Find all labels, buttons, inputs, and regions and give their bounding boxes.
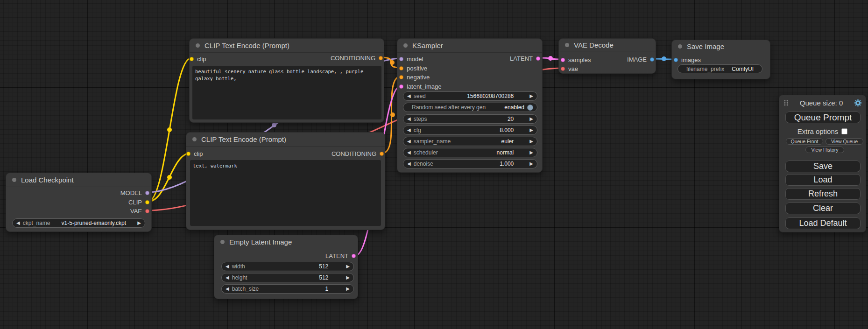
steps-widget[interactable]: ◀ steps 20 ▶: [403, 114, 537, 124]
increment-arrow-icon[interactable]: ▶: [529, 150, 533, 155]
input-port-clip[interactable]: clip: [190, 55, 206, 63]
node-title-bar[interactable]: Load Checkpoint: [6, 173, 151, 187]
increment-arrow-icon[interactable]: ▶: [529, 139, 533, 144]
clip-port-dot[interactable]: [186, 152, 191, 156]
collapse-dot-icon[interactable]: [678, 44, 682, 49]
node-title-bar[interactable]: Empty Latent Image: [214, 235, 358, 249]
output-port-conditioning[interactable]: CONDITIONING: [332, 150, 384, 157]
toggle-dot[interactable]: [527, 105, 533, 111]
ckpt-name-widget[interactable]: ◀ ckpt_name v1-5-pruned-emaonly.ckpt ▶: [12, 218, 145, 228]
node-title-bar[interactable]: VAE Decode: [559, 39, 656, 51]
queue-panel[interactable]: Queue size: 0 Queue Prompt Extra options…: [779, 95, 866, 232]
load-default-button[interactable]: Load Default: [785, 217, 861, 229]
node-title-bar[interactable]: Save Image: [672, 40, 770, 53]
image-port-dot[interactable]: [674, 58, 678, 62]
increment-arrow-icon[interactable]: ▶: [346, 275, 350, 280]
conditioning-port-dot[interactable]: [379, 56, 383, 60]
queue-front-button[interactable]: Queue Front: [786, 138, 823, 145]
node-save-image[interactable]: Save Image images filename_prefix ComfyU…: [671, 40, 770, 79]
node-clip-text-encode-positive[interactable]: CLIP Text Encode (Prompt) clip CONDITION…: [189, 38, 384, 123]
output-port-latent[interactable]: LATENT: [325, 252, 356, 259]
load-button[interactable]: Load: [785, 174, 861, 186]
collapse-dot-icon[interactable]: [12, 178, 16, 182]
cfg-widget[interactable]: ◀ cfg 8.000 ▶: [403, 126, 537, 135]
image-port-dot[interactable]: [650, 57, 654, 62]
output-port-conditioning[interactable]: CONDITIONING: [331, 54, 383, 62]
output-port-clip[interactable]: CLIP: [128, 198, 149, 206]
input-port-negative[interactable]: negative: [399, 73, 430, 81]
collapse-dot-icon[interactable]: [192, 137, 197, 141]
model-port-dot[interactable]: [399, 57, 403, 61]
seed-widget[interactable]: ◀ seed 156680208700286 ▶: [403, 91, 537, 101]
sampler-name-widget[interactable]: ◀ sampler_name euler ▶: [403, 137, 537, 146]
denoise-widget[interactable]: ◀ denoise 1.000 ▶: [403, 159, 537, 168]
node-title-bar[interactable]: KSampler: [397, 39, 542, 53]
decrement-arrow-icon[interactable]: ◀: [407, 161, 411, 166]
collapse-dot-icon[interactable]: [220, 240, 225, 244]
clip-port-dot[interactable]: [190, 57, 194, 61]
decrement-arrow-icon[interactable]: ◀: [407, 139, 411, 144]
decrement-arrow-icon[interactable]: ◀: [407, 128, 411, 133]
collapse-dot-icon[interactable]: [403, 43, 408, 48]
node-title-bar[interactable]: CLIP Text Encode (Prompt): [190, 39, 384, 53]
output-port-model[interactable]: MODEL: [120, 189, 149, 196]
increment-arrow-icon[interactable]: ▶: [346, 287, 350, 291]
save-button[interactable]: Save: [785, 161, 861, 172]
conditioning-port-dot[interactable]: [399, 75, 403, 79]
increment-arrow-icon[interactable]: ▶: [529, 128, 533, 133]
node-title-bar[interactable]: CLIP Text Encode (Prompt): [186, 133, 385, 147]
clear-button[interactable]: Clear: [785, 203, 861, 214]
node-empty-latent-image[interactable]: Empty Latent Image LATENT ◀ width 512 ▶ …: [214, 235, 358, 299]
drag-handle-icon[interactable]: [783, 99, 789, 106]
decrement-arrow-icon[interactable]: ◀: [226, 275, 229, 280]
output-port-vae[interactable]: VAE: [130, 207, 149, 215]
node-ksampler[interactable]: KSampler model positive negative latent_…: [397, 38, 543, 173]
scheduler-widget[interactable]: ◀ scheduler normal ▶: [403, 148, 537, 157]
decrement-arrow-icon[interactable]: ◀: [407, 94, 411, 98]
gear-icon[interactable]: [854, 99, 862, 107]
width-widget[interactable]: ◀ width 512 ▶: [221, 262, 354, 271]
collapse-dot-icon[interactable]: [196, 43, 200, 48]
increment-arrow-icon[interactable]: ▶: [137, 221, 141, 225]
latent-port-dot[interactable]: [399, 84, 403, 89]
node-vae-decode[interactable]: VAE Decode samples vae IMAGE: [558, 38, 656, 74]
decrement-arrow-icon[interactable]: ◀: [407, 117, 411, 121]
output-port-latent[interactable]: LATENT: [510, 55, 540, 62]
node-load-checkpoint[interactable]: Load Checkpoint MODEL CLIP VAE ◀ ckpt_na…: [6, 173, 152, 232]
input-port-vae[interactable]: vae: [561, 65, 578, 72]
latent-port-dot[interactable]: [536, 56, 540, 61]
input-port-latent-image[interactable]: latent_image: [399, 83, 441, 90]
decrement-arrow-icon[interactable]: ◀: [16, 221, 20, 225]
extra-options-checkbox[interactable]: [841, 128, 847, 134]
refresh-button[interactable]: Refresh: [785, 188, 861, 200]
height-widget[interactable]: ◀ height 512 ▶: [221, 273, 354, 282]
input-port-images[interactable]: images: [674, 56, 701, 63]
input-port-clip[interactable]: clip: [186, 150, 203, 157]
view-queue-button[interactable]: View Queue: [826, 138, 863, 145]
conditioning-port-dot[interactable]: [399, 66, 403, 70]
vae-port-dot[interactable]: [561, 67, 565, 71]
prompt-textarea[interactable]: beautiful scenery nature glass bottle la…: [192, 66, 381, 119]
decrement-arrow-icon[interactable]: ◀: [226, 264, 229, 269]
latent-port-dot[interactable]: [352, 254, 356, 258]
increment-arrow-icon[interactable]: ▶: [529, 161, 533, 166]
input-port-positive[interactable]: positive: [399, 64, 427, 72]
increment-arrow-icon[interactable]: ▶: [346, 264, 350, 269]
input-port-samples[interactable]: samples: [561, 56, 591, 63]
random-seed-toggle-widget[interactable]: Random seed after every gen enabled: [403, 103, 537, 112]
filename-prefix-widget[interactable]: filename_prefix ComfyUI: [677, 64, 762, 73]
output-port-image[interactable]: IMAGE: [627, 56, 654, 63]
collapse-dot-icon[interactable]: [565, 43, 569, 47]
queue-prompt-button[interactable]: Queue Prompt: [785, 112, 861, 123]
model-port-dot[interactable]: [145, 191, 149, 195]
increment-arrow-icon[interactable]: ▶: [529, 94, 533, 98]
conditioning-port-dot[interactable]: [380, 152, 384, 156]
decrement-arrow-icon[interactable]: ◀: [226, 287, 229, 291]
view-history-button[interactable]: View History: [805, 147, 844, 153]
prompt-textarea[interactable]: text, watermark: [190, 160, 381, 226]
batch-size-widget[interactable]: ◀ batch_size 1 ▶: [221, 284, 354, 294]
node-clip-text-encode-negative[interactable]: CLIP Text Encode (Prompt) clip CONDITION…: [186, 132, 385, 230]
latent-port-dot[interactable]: [561, 58, 565, 62]
clip-port-dot[interactable]: [145, 200, 149, 204]
increment-arrow-icon[interactable]: ▶: [529, 117, 533, 121]
